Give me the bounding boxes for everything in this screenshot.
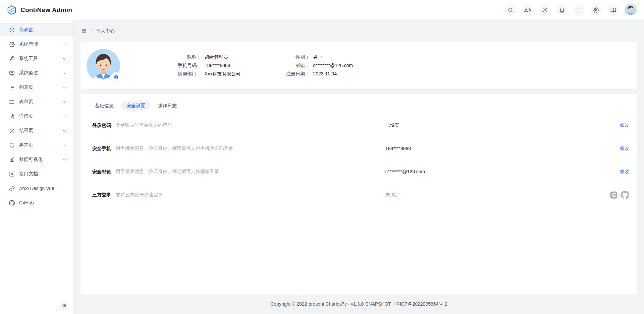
chevron-down-icon — [62, 129, 67, 133]
field-label: 昵称： — [170, 54, 201, 60]
settings-icon — [9, 41, 15, 47]
sidebar-item-arco-design-vue[interactable]: Arco Design Vue — [0, 182, 73, 195]
chevron-down-icon — [62, 100, 67, 104]
sidebar-item-system-monitor[interactable]: 系统监控 — [0, 66, 73, 80]
modify-phone-link[interactable]: 修改 — [620, 145, 629, 151]
profile-field-phone: 手机号码： 188****8888 — [170, 62, 240, 69]
translate-icon: 文A — [524, 7, 531, 13]
chevron-down-icon — [62, 158, 67, 162]
sidebar-item-form-pages[interactable]: 表单页 — [0, 95, 73, 109]
github-icon[interactable] — [621, 191, 629, 199]
row-value: 188****8888 — [385, 146, 411, 151]
sidebar-item-label: 结果页 — [19, 128, 33, 134]
profile-field-department: 所属部门： Xxx科技有限公司 — [170, 71, 240, 77]
sidebar-item-label: 列表页 — [19, 84, 33, 90]
monitor-icon — [9, 70, 15, 76]
list-icon — [9, 84, 15, 90]
sidebar-item-label: 异常页 — [19, 142, 33, 148]
row-value: 已设置 — [385, 122, 399, 128]
app-logo-icon — [7, 5, 17, 15]
file-icon — [9, 113, 15, 119]
profile-detail-card: 基础信息 安全设置 操作日志 登录密码 登录账号时需要输入的密码 已设置 修改 — [80, 94, 637, 295]
third-party-providers — [610, 191, 629, 199]
link-icon — [9, 185, 15, 191]
code-icon — [9, 171, 15, 177]
search-button[interactable] — [505, 4, 516, 16]
change-avatar-button[interactable] — [111, 72, 121, 82]
field-value: 188****8888 — [205, 62, 230, 69]
sidebar-item-exception-pages[interactable]: 异常页 — [0, 138, 73, 152]
sidebar-item-result-pages[interactable]: 结果页 — [0, 124, 73, 137]
settings-button[interactable] — [590, 4, 602, 16]
profile-field-nickname: 昵称： 超级管理员 — [170, 54, 240, 60]
bar-chart-icon — [9, 156, 15, 163]
theme-button[interactable] — [539, 4, 550, 16]
brand[interactable]: ContiNew Admin — [7, 5, 72, 15]
main-content: / 个人中心 昵称： 超级管理员 手机号码： — [74, 20, 644, 314]
sidebar-item-label: 数据可视化 — [19, 156, 43, 163]
docs-button[interactable] — [607, 4, 619, 16]
profile-fields-right: 性别： 男 ♂ 邮箱： c********@126.com 注册日期： 2023… — [281, 54, 353, 77]
github-icon — [9, 200, 15, 206]
profile-field-email: 邮箱： c********@126.com — [281, 62, 353, 69]
row-label: 三方登录 — [92, 183, 116, 206]
field-value: 超级管理员 — [205, 54, 228, 60]
modify-password-link[interactable]: 修改 — [620, 122, 629, 128]
row-value: c********@126.com — [385, 169, 425, 174]
sidebar-item-label: 仪表盘 — [19, 27, 33, 33]
copyright-text: Copyright © 2022-present Charles7c · v1.… — [270, 301, 447, 307]
row-label: 安全邮箱 — [92, 160, 116, 183]
user-avatar[interactable] — [625, 4, 637, 16]
sidebar-item-dashboard[interactable]: 仪表盘 — [0, 23, 73, 37]
tab-basic-info[interactable]: 基础信息 — [90, 101, 119, 111]
sidebar-item-data-visualization[interactable]: 数据可视化 — [0, 153, 73, 166]
gitee-icon[interactable] — [610, 191, 618, 199]
sidebar-item-github[interactable]: GitHub — [0, 196, 73, 209]
field-label: 邮箱： — [281, 62, 310, 69]
sidebar-item-detail-pages[interactable]: 详情页 — [0, 110, 73, 123]
modify-email-link[interactable]: 修改 — [620, 169, 629, 175]
row-description: 用于接收消息、验证身份，绑定后可支持邮箱登录 — [116, 169, 385, 175]
security-row-third-party: 三方登录 支持三方账号快速登录 未绑定 — [92, 183, 637, 206]
chevron-down-icon — [62, 114, 67, 119]
book-icon — [610, 7, 616, 13]
sidebar-item-label: 系统工具 — [19, 56, 38, 62]
fullscreen-button[interactable] — [573, 4, 585, 16]
sidebar-item-system-management[interactable]: 系统管理 — [0, 38, 73, 51]
tab-security-settings[interactable]: 安全设置 — [121, 101, 151, 111]
security-row-phone: 安全手机 用于接收消息、验证身份，绑定后可支持手机验证码登录 188****88… — [92, 137, 637, 160]
field-value: 2023-11-04 — [313, 71, 337, 77]
row-label: 登录密码 — [92, 114, 116, 137]
field-value: c********@126.com — [313, 62, 353, 69]
sidebar-item-list-pages[interactable]: 列表页 — [0, 81, 73, 94]
security-settings-list: 登录密码 登录账号时需要输入的密码 已设置 修改 安全手机 用于接收消息、验证身… — [80, 114, 637, 206]
field-value: Xxx科技有限公司 — [205, 71, 240, 77]
breadcrumb: / 个人中心 — [74, 20, 644, 42]
row-value: 未绑定 — [385, 192, 399, 198]
tab-operation-log[interactable]: 操作日志 — [153, 101, 182, 111]
field-label: 注册日期： — [281, 71, 310, 77]
apps-grid-icon[interactable] — [81, 28, 87, 34]
chevron-down-icon — [62, 57, 67, 61]
row-description: 用于接收消息、验证身份，绑定后可支持手机验证码登录 — [116, 145, 385, 151]
chevron-down-icon — [62, 42, 67, 47]
menu-fold-icon — [62, 303, 67, 308]
collapse-sidebar-button[interactable] — [59, 301, 69, 310]
field-value: 男 — [313, 54, 318, 60]
sidebar-item-system-tools[interactable]: 系统工具 — [0, 52, 73, 65]
chevron-down-icon — [62, 85, 67, 90]
camera-icon — [114, 74, 119, 79]
check-circle-icon — [9, 128, 15, 134]
profile-card: 昵称： 超级管理员 手机号码： 188****8888 所属部门： Xxx科技有… — [80, 42, 637, 89]
profile-field-gender: 性别： 男 ♂ — [281, 54, 353, 60]
sidebar-item-label: 系统监控 — [19, 70, 38, 76]
sidebar-item-api-docs[interactable]: 接口文档 — [0, 167, 73, 181]
field-label: 手机号码： — [170, 62, 201, 69]
translate-button[interactable]: 文A — [522, 4, 533, 16]
search-icon — [508, 7, 513, 13]
sidebar-item-label: Arco Design Vue — [19, 186, 54, 191]
field-label: 性别： — [281, 54, 310, 60]
form-icon — [9, 99, 15, 105]
notifications-button[interactable] — [556, 4, 568, 16]
field-label: 所属部门： — [170, 71, 201, 77]
